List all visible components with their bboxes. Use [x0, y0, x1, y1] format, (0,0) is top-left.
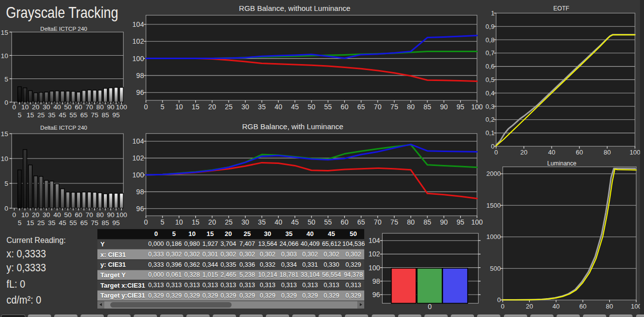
svg-text:5: 5: [161, 103, 164, 111]
svg-text:40: 40: [274, 103, 282, 111]
svg-text:10: 10: [0, 52, 8, 60]
svg-text:90: 90: [440, 218, 448, 226]
svg-text:0,4: 0,4: [485, 89, 494, 97]
svg-text:30: 30: [43, 103, 50, 111]
svg-text:104: 104: [369, 237, 381, 244]
svg-text:104: 104: [132, 20, 144, 28]
svg-text:Luminance: Luminance: [547, 160, 576, 167]
svg-text:20: 20: [32, 103, 39, 111]
svg-text:65: 65: [357, 218, 365, 226]
svg-text:30: 30: [242, 103, 249, 111]
svg-text:1: 1: [491, 9, 494, 17]
svg-text:35: 35: [48, 219, 56, 227]
svg-text:95: 95: [457, 218, 465, 226]
svg-text:5: 5: [4, 76, 8, 83]
svg-text:25: 25: [37, 111, 45, 119]
svg-text:85: 85: [101, 219, 109, 227]
svg-text:35: 35: [258, 103, 266, 111]
svg-text:80: 80: [407, 218, 415, 226]
svg-text:15: 15: [192, 218, 200, 226]
svg-text:50: 50: [308, 218, 316, 226]
svg-text:80: 80: [96, 103, 104, 111]
svg-text:RGB Balance, with Luminance: RGB Balance, with Luminance: [242, 122, 343, 131]
svg-text:0: 0: [144, 103, 148, 111]
svg-text:0: 0: [494, 149, 498, 156]
svg-text:90: 90: [107, 211, 114, 219]
svg-text:75: 75: [391, 103, 399, 111]
svg-text:0: 0: [428, 303, 432, 311]
svg-text:10: 10: [21, 103, 29, 111]
svg-text:65: 65: [80, 111, 87, 119]
svg-text:0,6: 0,6: [485, 63, 494, 70]
svg-text:DeltaE ICTCP 240: DeltaE ICTCP 240: [40, 125, 87, 131]
svg-text:75: 75: [91, 111, 98, 119]
svg-text:40: 40: [548, 149, 555, 156]
svg-text:35: 35: [258, 218, 266, 226]
svg-text:60: 60: [341, 103, 349, 111]
svg-text:85: 85: [423, 103, 431, 111]
svg-text:20: 20: [526, 303, 533, 310]
svg-text:20: 20: [208, 103, 216, 111]
svg-text:35: 35: [48, 111, 56, 119]
svg-text:45: 45: [59, 219, 66, 227]
svg-text:5: 5: [18, 219, 22, 227]
svg-text:98: 98: [136, 72, 144, 79]
svg-text:15: 15: [26, 219, 34, 227]
svg-text:40: 40: [553, 303, 560, 310]
svg-text:45: 45: [291, 218, 299, 226]
svg-text:100: 100: [631, 303, 642, 310]
svg-text:45: 45: [291, 103, 299, 111]
svg-text:55: 55: [70, 219, 77, 227]
svg-text:10: 10: [175, 103, 183, 111]
svg-text:25: 25: [225, 218, 233, 226]
svg-text:25: 25: [225, 103, 233, 111]
svg-text:0,9: 0,9: [485, 23, 494, 30]
svg-text:0,2: 0,2: [485, 116, 494, 123]
svg-text:100: 100: [369, 264, 381, 272]
svg-text:60: 60: [75, 211, 82, 219]
svg-text:70: 70: [374, 103, 382, 111]
svg-text:RGB Balance, without Luminance: RGB Balance, without Luminance: [239, 4, 350, 12]
svg-text:100: 100: [471, 103, 483, 111]
svg-text:50: 50: [308, 103, 316, 111]
svg-text:80: 80: [604, 149, 611, 156]
svg-text:55: 55: [70, 111, 77, 119]
svg-text:0: 0: [4, 205, 8, 212]
svg-text:102: 102: [132, 37, 144, 45]
svg-text:25: 25: [37, 219, 45, 227]
svg-text:60: 60: [576, 149, 583, 156]
svg-text:100: 100: [132, 171, 144, 179]
svg-text:40: 40: [53, 103, 61, 111]
svg-text:55: 55: [324, 218, 332, 226]
svg-text:5: 5: [4, 180, 8, 187]
svg-text:100: 100: [116, 211, 127, 219]
svg-text:1500: 1500: [486, 202, 501, 209]
svg-text:20: 20: [32, 211, 39, 219]
svg-text:96: 96: [136, 88, 144, 96]
svg-text:50: 50: [64, 211, 72, 219]
svg-text:15: 15: [0, 29, 8, 36]
svg-text:102: 102: [369, 250, 381, 258]
svg-text:95: 95: [112, 219, 120, 227]
svg-text:15: 15: [0, 130, 8, 138]
svg-text:15: 15: [192, 103, 200, 111]
svg-text:5: 5: [161, 218, 164, 226]
svg-text:85: 85: [101, 111, 109, 119]
svg-text:0,5: 0,5: [485, 76, 494, 83]
svg-text:0: 0: [501, 303, 504, 310]
svg-text:45: 45: [59, 111, 66, 119]
svg-text:0: 0: [12, 103, 16, 111]
svg-text:50: 50: [64, 103, 72, 111]
svg-text:40: 40: [53, 211, 61, 219]
svg-text:2000: 2000: [486, 170, 501, 177]
svg-text:70: 70: [85, 211, 93, 219]
svg-text:60: 60: [75, 103, 82, 111]
svg-text:0,3: 0,3: [485, 103, 494, 110]
svg-text:80: 80: [606, 303, 613, 310]
svg-text:80: 80: [407, 103, 415, 111]
svg-text:5: 5: [18, 111, 22, 119]
svg-text:EOTF: EOTF: [554, 5, 569, 12]
svg-text:15: 15: [26, 111, 34, 119]
svg-text:90: 90: [440, 103, 448, 111]
svg-text:60: 60: [579, 303, 586, 310]
